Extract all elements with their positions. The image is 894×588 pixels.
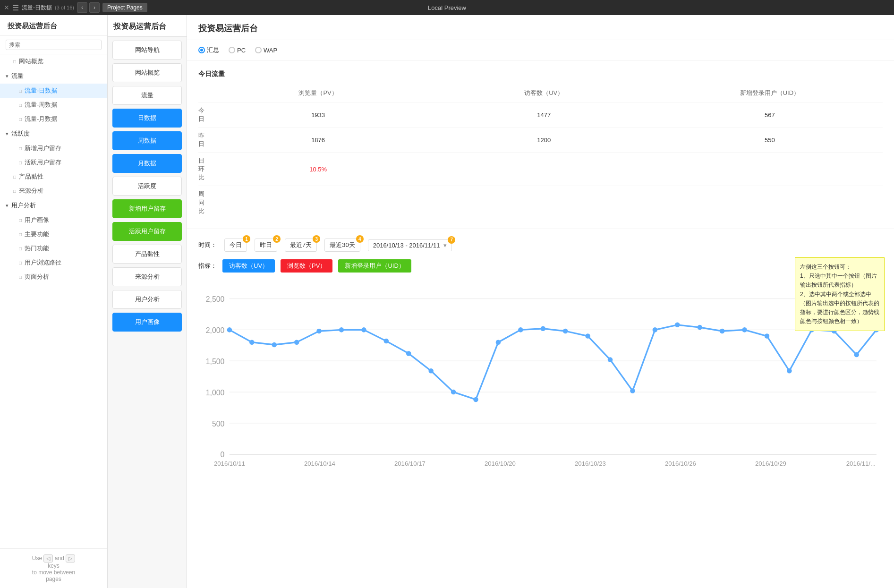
sidebar-item-traffic-monthly[interactable]: □ 流量-月数据	[0, 112, 107, 126]
nav-sub-icon: □	[19, 260, 22, 265]
y-label-2500: 2,500	[206, 295, 225, 303]
mid-nav-product-stickiness[interactable]: 产品黏性	[112, 245, 182, 264]
x-label-2: 2016/10/14	[304, 460, 335, 467]
sidebar-sub-label: 用户浏览路径	[25, 258, 61, 267]
nav-sub-icon: □	[19, 232, 22, 237]
sidebar-item-website-overview[interactable]: □ 网站概览	[0, 54, 107, 68]
sidebar-item-new-user-retention[interactable]: □ 新增用户留存	[0, 141, 107, 155]
uv-dot	[630, 388, 635, 393]
nav-group-header-traffic[interactable]: ▾ 流量	[0, 68, 107, 84]
col-header-label	[198, 86, 205, 102]
nav-group-label: 活跃度	[11, 129, 30, 138]
sidebar-item-traffic-daily[interactable]: □ 流量-日数据	[0, 84, 107, 98]
table-row: 昨日 1876 1200 550	[198, 128, 883, 153]
nav-prev-button[interactable]: ‹	[77, 2, 87, 13]
sidebar: 投资易运营后台 □ 网站概览 ▾ 流量 □ 流量-日数据	[0, 15, 108, 588]
sidebar-item-popular-features[interactable]: □ 热门功能	[0, 241, 107, 256]
mid-panel-title: 投资易运营后台	[108, 15, 187, 37]
radio-total[interactable]: 汇总	[198, 46, 219, 54]
expand-icon: ▾	[6, 203, 9, 209]
nav-item-icon: □	[13, 188, 16, 194]
uv-dot	[361, 327, 366, 332]
nav-next-button[interactable]: ›	[89, 2, 100, 13]
footer-hint: Use	[32, 555, 44, 562]
mid-nav-monthly[interactable]: 月数据	[112, 154, 182, 173]
hamburger-icon[interactable]: ☰	[12, 3, 19, 12]
time-btn-7days[interactable]: 最近7天 3	[285, 239, 317, 252]
top-bar-center-label: Local Preview	[428, 4, 466, 11]
nav-group-user-analysis: ▾ 用户分析 □ 用户画像 □ 主要功能 □ 热门功能	[0, 198, 107, 284]
table-row: 周同比	[198, 186, 883, 220]
uv-dot	[316, 329, 322, 334]
time-btn-30days[interactable]: 最近30天 4	[324, 239, 360, 252]
sidebar-item-source-analysis[interactable]: □ 来源分析	[0, 184, 107, 198]
sidebar-search-input[interactable]	[6, 40, 102, 50]
expand-icon: ▾	[6, 131, 9, 137]
metric-controls: 指标： 访客数（UV） 浏览数（PV） 新增登录用户（UID）	[198, 259, 883, 273]
uv-dot	[428, 368, 434, 374]
radio-group: 汇总 PC WAP	[187, 40, 894, 60]
nav-sub-icon: □	[19, 88, 22, 94]
close-icon[interactable]: ✕	[4, 4, 9, 11]
mid-nav-weekly[interactable]: 周数据	[112, 131, 182, 150]
mid-nav-new-user-retention[interactable]: 新增用户留存	[112, 199, 182, 218]
time-btn-today[interactable]: 今日 1	[224, 239, 247, 252]
sidebar-item-label: 网站概览	[19, 57, 43, 66]
nav-sub-icon: □	[19, 160, 22, 165]
sidebar-item-product-stickiness[interactable]: □ 产品黏性	[0, 170, 107, 184]
nav-sub-icon: □	[19, 102, 22, 108]
radio-wap[interactable]: WAP	[255, 47, 277, 54]
sidebar-app-title: 投资易运营后台	[0, 15, 107, 36]
project-pages-button[interactable]: Project Pages	[102, 3, 147, 12]
sidebar-item-traffic-weekly[interactable]: □ 流量-周数据	[0, 98, 107, 112]
mid-nav-website-nav[interactable]: 网站导航	[112, 41, 182, 60]
sidebar-item-user-browse-path[interactable]: □ 用户浏览路径	[0, 256, 107, 270]
mid-nav-active-user-retention[interactable]: 活跃用户留存	[112, 222, 182, 241]
date-range-picker[interactable]: 2016/10/13 - 2016/11/11 ▾ 7	[368, 239, 452, 251]
metric-btn-uid[interactable]: 新增登录用户（UID）	[338, 259, 411, 273]
sidebar-nav: □ 网站概览 ▾ 流量 □ 流量-日数据 □ 流量-周数据	[0, 54, 107, 548]
today-traffic-section: 今日流量 浏览量（PV） 访客数（UV） 新增登录用户（UID） 今日 1933…	[187, 60, 894, 229]
mid-nav-traffic[interactable]: 流量	[112, 86, 182, 105]
uv-dot	[451, 390, 456, 395]
mid-nav-daily[interactable]: 日数据	[112, 109, 182, 128]
mid-nav-website-overview[interactable]: 网站概览	[112, 63, 182, 82]
row-label-week-ratio: 周同比	[198, 186, 205, 220]
metric-btn-pv[interactable]: 浏览数（PV）	[281, 259, 332, 273]
mid-nav-source-analysis[interactable]: 来源分析	[112, 267, 182, 286]
y-label-0: 0	[221, 451, 225, 459]
time-btn-yesterday[interactable]: 昨日 2	[255, 239, 277, 252]
day-ratio-uid	[657, 153, 883, 186]
metric-btn-uv[interactable]: 访客数（UV）	[222, 259, 275, 273]
nav-sub-icon: □	[19, 146, 22, 151]
tooltip-text: 左侧这三个按钮可：1、只选中其中一个按钮（图片输出按钮所代表指标）2、选中其中两…	[800, 264, 879, 324]
uv-dot	[227, 327, 232, 332]
radio-label-total: 汇总	[207, 46, 219, 54]
uv-dot	[585, 333, 590, 339]
mid-nav-activity[interactable]: 活跃度	[112, 177, 182, 196]
col-header-uv: 访客数（UV）	[431, 86, 657, 102]
time-badge-3: 3	[313, 235, 320, 243]
footer-keys-label: keys	[48, 562, 60, 569]
uv-dot	[653, 327, 658, 332]
mid-nav-user-analysis[interactable]: 用户分析	[112, 290, 182, 309]
nav-group-header-user-analysis[interactable]: ▾ 用户分析	[0, 198, 107, 213]
mid-nav-user-profile[interactable]: 用户画像	[112, 313, 182, 332]
x-label-5: 2016/10/23	[575, 460, 606, 467]
traffic-table: 浏览量（PV） 访客数（UV） 新增登录用户（UID） 今日 1933 1477…	[198, 86, 883, 219]
x-label-4: 2016/10/20	[485, 460, 516, 467]
radio-pc[interactable]: PC	[229, 47, 246, 54]
sidebar-item-page-analysis[interactable]: □ 页面分析	[0, 270, 107, 284]
x-label-3: 2016/10/17	[394, 460, 426, 467]
top-bar-badge: (3 of 16)	[55, 5, 74, 10]
expand-icon: ▾	[6, 73, 9, 79]
uv-dot	[854, 352, 859, 358]
sidebar-item-active-user-retention[interactable]: □ 活跃用户留存	[0, 155, 107, 170]
sidebar-item-main-features[interactable]: □ 主要功能	[0, 227, 107, 241]
nav-group-header-activity[interactable]: ▾ 活跃度	[0, 126, 107, 141]
time-badge-2: 2	[273, 235, 281, 243]
week-ratio-uid	[657, 186, 883, 220]
sidebar-item-user-profile[interactable]: □ 用户画像	[0, 213, 107, 227]
sidebar-sub-label: 活跃用户留存	[25, 158, 61, 167]
nav-group-traffic: ▾ 流量 □ 流量-日数据 □ 流量-周数据 □ 流量-月数据	[0, 68, 107, 126]
